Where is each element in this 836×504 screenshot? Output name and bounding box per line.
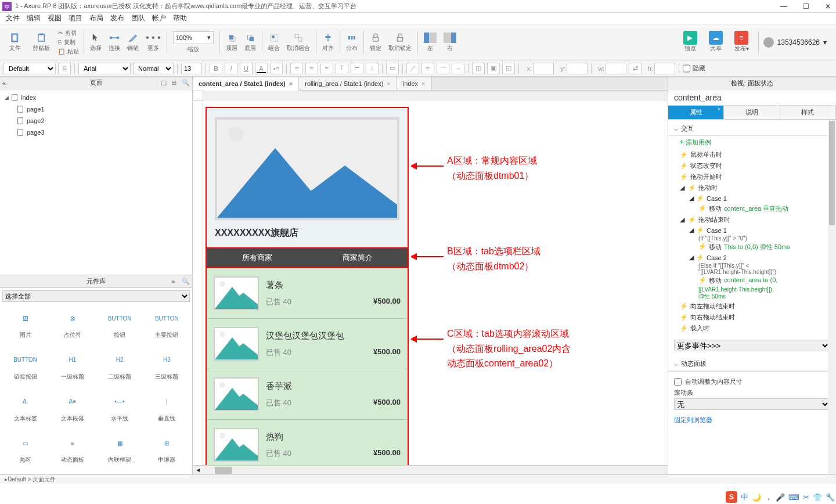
menu-edit[interactable]: 编辑 (27, 13, 41, 23)
align-left-button[interactable]: ≡ (290, 63, 303, 74)
library-item[interactable]: H2二级标题 (98, 350, 142, 388)
tool-bottom[interactable]: 底层 (241, 26, 260, 59)
tree-item-index[interactable]: ◢ index (0, 92, 192, 103)
w-input[interactable] (606, 63, 626, 74)
close-icon[interactable]: × (421, 80, 425, 87)
tool-publish[interactable]: ≡ 发布▾ (730, 31, 754, 54)
align-center-button[interactable]: ≡ (305, 63, 318, 74)
event-click[interactable]: ⚡鼠标单击时 (668, 149, 836, 160)
library-item[interactable]: ⊠占位符 (51, 308, 94, 346)
action-move-content[interactable]: ⚡移动 content_area 垂直拖动 (668, 203, 836, 214)
tool-preview[interactable]: ▶ 预览 (679, 31, 702, 54)
event-drag-end[interactable]: ◢⚡拖动结束时 (668, 214, 836, 225)
tab-all-merchants[interactable]: 所有商家 (207, 249, 307, 267)
menu-file[interactable]: 文件 (6, 13, 20, 23)
scrollbar-horizontal[interactable]: ◂ (193, 465, 668, 474)
product-list-item[interactable]: 汉堡包汉堡包汉堡包 已售 40 ¥500.00 (207, 319, 408, 369)
tab-properties[interactable]: 属性* (668, 106, 724, 119)
case-dragend-1[interactable]: ◢⚡Case 1 (668, 225, 836, 235)
region-a[interactable]: XXXXXXXXX旗舰店 (207, 108, 408, 247)
library-item[interactable]: H3三级标题 (145, 350, 189, 388)
library-item[interactable]: ▦内联框架 (98, 433, 142, 471)
user-menu[interactable]: 13534536626 ▾ (763, 31, 833, 54)
action-move-this[interactable]: ⚡移动 This to (0,0) 弹性 50ms (668, 242, 836, 253)
region-c-list[interactable]: 薯条 已售 40 ¥500.00 汉堡包汉堡包汉堡包 已售 40 ¥500.00… (207, 268, 408, 465)
line-style-button[interactable]: ⋯ (437, 63, 449, 74)
shadow-outer-button[interactable]: ◫ (472, 63, 485, 74)
event-swipe-right[interactable]: ⚡向右拖动结束时 (668, 312, 836, 323)
tree-item-page2[interactable]: page2 (12, 115, 192, 127)
hidden-checkbox[interactable] (683, 63, 690, 74)
ime-moon-icon[interactable]: 🌙 (752, 493, 761, 502)
library-item[interactable]: |垂直线 (145, 391, 189, 430)
event-state-change[interactable]: ⚡状态改变时 (668, 160, 836, 171)
widget-name[interactable]: content_area (668, 89, 836, 106)
arrow-button[interactable]: → (452, 63, 464, 74)
library-item[interactable]: BUTTON链接按钮 (3, 350, 47, 388)
library-item[interactable]: BUTTON主要按钮 (145, 308, 189, 346)
event-load[interactable]: ⚡载入时 (668, 323, 836, 334)
scrollbar-select[interactable]: 无 (674, 398, 830, 410)
x-input[interactable] (533, 63, 554, 74)
library-item[interactable]: ▭热区 (3, 433, 47, 471)
valign-top-button[interactable]: ⊤ (336, 63, 348, 74)
add-case-link[interactable]: +添加用例 (668, 136, 836, 149)
library-item[interactable]: BUTTON按钮 (98, 308, 142, 346)
tool-cut[interactable]: ✂剪切 (58, 29, 79, 37)
canvas-tab-content-area[interactable]: content_area / State1 (index)× (193, 77, 299, 90)
library-item[interactable]: ≡动态面板 (51, 433, 94, 471)
font-select[interactable]: Arial (78, 63, 131, 74)
more-events-select[interactable]: 更多事件>>> (674, 340, 830, 351)
library-item[interactable]: A.文本标签 (3, 391, 47, 430)
weight-select[interactable]: Normal (133, 63, 174, 74)
menu-view[interactable]: 视图 (48, 13, 62, 23)
maximize-button[interactable]: ☐ (800, 2, 812, 10)
y-input[interactable] (567, 63, 588, 74)
corner-button[interactable]: ◱ (502, 63, 515, 74)
section-interactions[interactable]: ⌵交互 (668, 122, 836, 136)
library-item[interactable]: ⊞中继器 (145, 433, 189, 471)
tree-item-page1[interactable]: page1 (12, 103, 192, 115)
ime-shirt-icon[interactable]: 👕 (813, 493, 822, 502)
tool-more[interactable]: • • • 更多 (142, 26, 164, 59)
lib-search-icon[interactable]: 🔍 (182, 278, 190, 286)
line-button[interactable]: ／ (406, 63, 419, 74)
canvas-content[interactable]: XXXXXXXXX旗舰店 所有商家 商家简介 薯条 已售 40 ¥500.00 … (203, 101, 668, 465)
tool-share[interactable]: ☁ 共享 (704, 31, 727, 54)
zoom-input[interactable]: 100%▾ (173, 31, 214, 44)
tab-style[interactable]: 样式 (780, 106, 836, 119)
section-dynamic-panel[interactable]: ⌵动态面板 (668, 357, 836, 371)
library-item[interactable]: H1一级标题 (51, 350, 94, 388)
tool-ungroup[interactable]: 取消组合 (283, 26, 314, 59)
event-drag-start[interactable]: ⚡拖动开始时 (668, 171, 836, 182)
menu-help[interactable]: 帮助 (173, 13, 187, 23)
sogou-icon[interactable]: S (726, 491, 737, 503)
menu-layout[interactable]: 布局 (89, 13, 103, 23)
valign-mid-button[interactable]: ⊢ (351, 63, 363, 74)
library-select[interactable]: 选择全部 (2, 290, 190, 302)
tool-connect[interactable]: 连接 (105, 26, 124, 59)
tool-unlock[interactable]: 取消锁定 (385, 26, 415, 59)
italic-button[interactable]: I (225, 63, 237, 74)
ime-tool-icon[interactable]: 🔧 (826, 493, 835, 502)
tool-copy[interactable]: ⎘复制 (58, 38, 79, 46)
h-input[interactable] (654, 63, 675, 74)
tree-item-page3[interactable]: page3 (12, 127, 192, 138)
style-copy-button[interactable]: ⎘ (58, 63, 71, 74)
tab-merchant-intro[interactable]: 商家简介 (307, 249, 408, 267)
menu-account[interactable]: 帐户 (152, 13, 166, 23)
tool-left[interactable]: 左 (420, 26, 440, 59)
case-dragging-1[interactable]: ◢⚡Case 1 (668, 193, 836, 203)
bullet-button[interactable]: •≡ (270, 63, 283, 74)
action-move-content2[interactable]: ⚡移动 content_area to (0, (668, 275, 836, 286)
tool-align[interactable]: 对齐 (319, 26, 337, 59)
minimize-button[interactable]: — (778, 2, 790, 10)
canvas-tab-rolling-area[interactable]: rolling_area / State1 (index)× (299, 77, 397, 90)
pin-browser-link[interactable]: 固定到浏览器 (668, 413, 836, 427)
product-list-item[interactable]: 热狗 已售 40 ¥500.00 (207, 420, 408, 465)
tool-clipboard[interactable]: 剪贴板 (27, 26, 56, 59)
style-select[interactable]: Default (3, 63, 56, 74)
menu-team[interactable]: 团队 (131, 13, 145, 23)
close-icon[interactable]: × (289, 80, 293, 87)
ime-mic-icon[interactable]: 🎤 (776, 493, 785, 502)
